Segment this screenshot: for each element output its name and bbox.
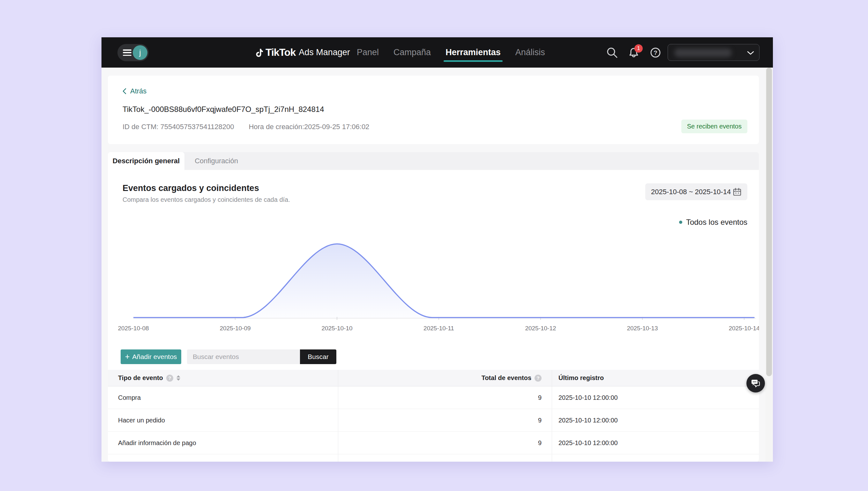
table-row[interactable]: Añadir información de pago 9 2025-10-10 …	[108, 432, 759, 454]
legend-label: Todos los eventos	[686, 218, 748, 227]
event-type: Compra	[108, 386, 338, 409]
chevron-down-icon	[747, 51, 754, 55]
event-total: 9	[338, 386, 552, 409]
table-row[interactable]: Hacer un pedido 9 2025-10-10 12:00:00	[108, 409, 759, 432]
table-row[interactable]: Compra 9 2025-10-10 12:00:00	[108, 386, 759, 409]
navbar-icons: 1 ?	[606, 37, 661, 67]
event-last-record: 2025-10-10 12:00:00	[552, 432, 759, 454]
event-total: 9	[338, 409, 552, 431]
x-tick-3: 2025-10-11	[416, 325, 461, 332]
notifications-bell-icon[interactable]: 1	[628, 47, 640, 58]
tiktok-note-icon	[254, 47, 264, 58]
x-tick-5: 2025-10-13	[620, 325, 665, 332]
help-icon[interactable]: ?	[535, 375, 542, 382]
pixel-title: TikTok_-000BS88u6vf0Fxqjwafe0F7O_spTj_2i…	[123, 105, 324, 114]
nav-panel[interactable]: Panel	[357, 48, 379, 57]
back-link[interactable]: Atrás	[123, 87, 146, 95]
browser-window: j TikTok Ads Manager Panel Campaña Herra…	[102, 37, 773, 462]
help-icon[interactable]: ?	[166, 375, 173, 382]
col-ultimo-registro: Último registro	[559, 374, 604, 382]
tab-descripcion-general[interactable]: Descripción general	[108, 152, 185, 170]
chart-legend[interactable]: Todos los eventos	[679, 218, 748, 227]
sort-icon[interactable]	[177, 375, 180, 381]
event-total: 9	[338, 432, 552, 454]
x-tick-4: 2025-10-12	[518, 325, 563, 332]
hamburger-menu-icon[interactable]	[123, 50, 132, 56]
event-last-record: 2025-10-10 12:00:00	[552, 409, 759, 431]
col-tipo-de-evento: Tipo de evento	[118, 374, 163, 382]
date-range-picker[interactable]: 2025-10-08 ~ 2025-10-14	[645, 183, 748, 200]
x-tick-0: 2025-10-08	[111, 325, 156, 332]
search-input[interactable]	[187, 349, 300, 364]
x-tick-1: 2025-10-09	[213, 325, 257, 332]
nav-herramientas[interactable]: Herramientas	[445, 48, 501, 57]
col-total-de-eventos: Total de eventos	[482, 374, 531, 382]
status-badge: Se reciben eventos	[681, 120, 748, 133]
ctm-id: ID de CTM: 7554057537541128200	[123, 123, 234, 131]
back-label: Atrás	[130, 87, 146, 95]
nav-campana[interactable]: Campaña	[394, 48, 431, 57]
top-navbar: j TikTok Ads Manager Panel Campaña Herra…	[102, 37, 773, 67]
search-button[interactable]: Buscar	[300, 349, 336, 364]
menu-avatar-pill[interactable]: j	[117, 44, 149, 61]
add-events-label: Añadir eventos	[132, 353, 177, 360]
area-fill	[133, 244, 754, 318]
account-name-blurred	[674, 49, 732, 57]
add-events-button[interactable]: + Añadir eventos	[120, 349, 181, 364]
svg-text:?: ?	[654, 50, 657, 56]
help-icon[interactable]: ?	[650, 47, 661, 58]
nav-analisis[interactable]: Análisis	[515, 48, 545, 57]
avatar[interactable]: j	[133, 45, 147, 60]
overview-card: Eventos cargados y coincidentes Compara …	[108, 170, 759, 462]
plus-icon: +	[125, 352, 130, 361]
table-header: Tipo de evento ? Total de eventos ? Últi…	[108, 370, 759, 386]
notification-badge: 1	[634, 44, 643, 53]
x-tick-2: 2025-10-10	[315, 325, 359, 332]
section-title: Eventos cargados y coincidentes	[123, 183, 259, 193]
search-icon[interactable]	[606, 47, 618, 58]
vertical-scrollbar[interactable]	[765, 67, 773, 462]
scrollbar-thumb[interactable]	[766, 67, 772, 376]
table-row-partial	[108, 454, 759, 462]
brand-suffix: Ads Manager	[299, 48, 350, 57]
chat-bubbles-icon	[751, 378, 761, 388]
tiktok-ads-manager-logo[interactable]: TikTok Ads Manager	[254, 37, 350, 67]
pixel-meta: ID de CTM: 7554057537541128200 Hora de c…	[123, 123, 369, 131]
chevron-left-icon	[123, 88, 126, 94]
creation-time: Hora de creación:2025-09-25 17:06:02	[249, 123, 369, 131]
support-chat-button[interactable]	[747, 374, 765, 393]
event-type: Hacer un pedido	[108, 409, 338, 431]
series-line	[133, 244, 754, 318]
section-subtitle: Compara los eventos cargados y coinciden…	[123, 196, 290, 203]
event-type: Añadir información de pago	[108, 432, 338, 454]
legend-dot	[679, 221, 682, 224]
events-table: Tipo de evento ? Total de eventos ? Últi…	[108, 370, 759, 462]
event-last-record: 2025-10-10 12:00:00	[552, 386, 759, 409]
brand-name: TikTok	[266, 47, 296, 58]
calendar-icon	[733, 187, 742, 196]
detail-tabs: Descripción general Configuración	[108, 152, 759, 170]
detail-header-card: Atrás TikTok_-000BS88u6vf0Fxqjwafe0F7O_s…	[108, 76, 759, 144]
account-dropdown[interactable]	[668, 44, 759, 61]
x-tick-6: 2025-10-14	[722, 325, 759, 332]
tab-configuracion[interactable]: Configuración	[185, 152, 248, 170]
date-range-value: 2025-10-08 ~ 2025-10-14	[651, 188, 731, 196]
main-nav: Panel Campaña Herramientas Análisis	[357, 37, 545, 67]
events-area-chart	[133, 239, 759, 322]
